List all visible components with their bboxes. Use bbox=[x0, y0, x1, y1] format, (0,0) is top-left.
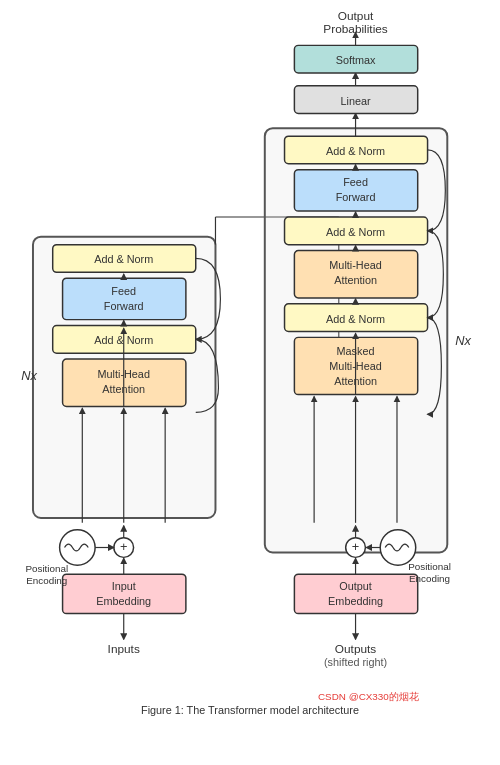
enc-add-norm2: Add & Norm bbox=[94, 253, 153, 265]
svg-text:+: + bbox=[352, 539, 359, 554]
decoder-nx-label: Nx bbox=[455, 333, 471, 348]
dec-mha-label1: Multi-Head bbox=[329, 259, 381, 271]
output-embedding-label1: Output bbox=[339, 580, 372, 592]
encoder-nx-label: Nx bbox=[21, 368, 37, 383]
outputs-shifted-label: (shifted right) bbox=[324, 656, 387, 668]
output-prob-label2: Probabilities bbox=[323, 22, 388, 36]
enc-pos-enc-label2: Encoding bbox=[26, 575, 67, 586]
watermark: CSDN @CX330的烟花 bbox=[318, 691, 419, 702]
dec-pos-enc-label2: Encoding bbox=[409, 573, 450, 584]
input-embedding-label1: Input bbox=[112, 580, 136, 592]
dec-ff-label2: Forward bbox=[336, 191, 376, 203]
outputs-label: Outputs bbox=[335, 642, 377, 656]
enc-ff-label1: Feed bbox=[111, 285, 136, 297]
enc-pos-enc-label1: Positional bbox=[25, 563, 68, 574]
linear-label: Linear bbox=[340, 95, 371, 107]
inputs-label: Inputs bbox=[108, 642, 140, 656]
output-embedding-label2: Embedding bbox=[328, 595, 383, 607]
dec-add-norm2: Add & Norm bbox=[326, 226, 385, 238]
svg-text:+: + bbox=[120, 539, 127, 554]
figure-caption: Figure 1: The Transformer model architec… bbox=[141, 704, 359, 716]
input-embedding-label2: Embedding bbox=[96, 595, 151, 607]
dec-add-norm1: Add & Norm bbox=[326, 313, 385, 325]
dec-mha-label2: Attention bbox=[334, 274, 377, 286]
dec-add-norm3: Add & Norm bbox=[326, 145, 385, 157]
dec-pos-enc-label1: Positional bbox=[408, 561, 451, 572]
enc-ff-label2: Forward bbox=[104, 300, 144, 312]
dec-ff-label1: Feed bbox=[343, 176, 368, 188]
softmax-label: Softmax bbox=[336, 54, 376, 66]
